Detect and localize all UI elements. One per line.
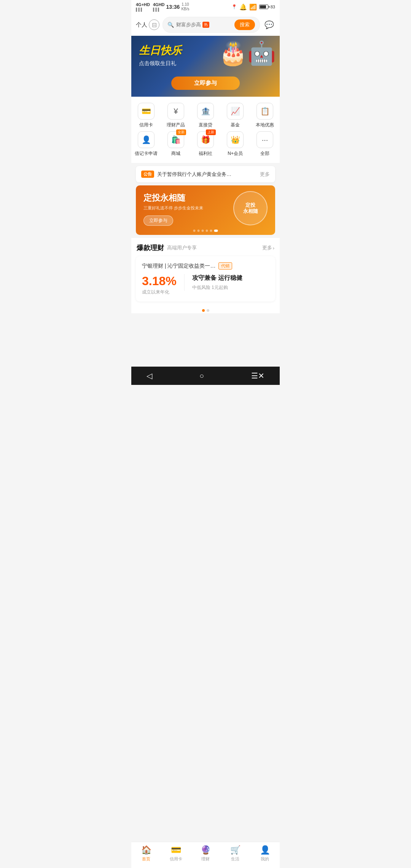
promo-right-badge: 定投永相随 bbox=[233, 191, 268, 225]
grid-item-credit-card[interactable]: 💳 信用卡 bbox=[133, 103, 159, 128]
search-placeholder: 财富步步高 bbox=[176, 21, 201, 28]
status-left: 4G+HD▌▌▌ 4GHD▌▌▌ 13:36 1.10 KB/s bbox=[136, 2, 190, 11]
finance-card-body: 3.18% 成立以来年化 攻守兼备 运行稳健 中低风险 1元起购 bbox=[142, 274, 269, 295]
status-bar: 4G+HD▌▌▌ 4GHD▌▌▌ 13:36 1.10 KB/s 📍 🔔 📶 8… bbox=[131, 0, 280, 14]
welfare-label: 福利社 bbox=[199, 150, 212, 157]
birthday-banner[interactable]: 生日快乐 点击领取生日礼 🎂🤖 立即参与 bbox=[131, 36, 280, 97]
grid-menu: 💳 信用卡 ¥ 理财产品 🏦 直接贷 📈 基金 📋 本地优惠 👤 bbox=[131, 97, 280, 163]
agency-tag: 代销 bbox=[218, 262, 232, 270]
notification-icon: 🔔 bbox=[239, 3, 247, 11]
banner-title: 生日快乐 bbox=[139, 43, 182, 58]
section-title-sub: 高端用户专享 bbox=[167, 244, 197, 251]
search-bar[interactable]: 🔍 财富步步高 热 搜索 bbox=[162, 17, 260, 33]
banner-decoration: 🎂🤖 bbox=[219, 40, 276, 67]
product-slogan: 攻守兼备 运行稳健 bbox=[192, 274, 242, 282]
mall-icon: 🛍️ 全新 bbox=[167, 131, 184, 148]
local-icon: 📋 bbox=[256, 103, 273, 120]
more-label: 更多 bbox=[262, 244, 272, 251]
grid-item-loan[interactable]: 🏦 直接贷 bbox=[192, 103, 219, 128]
back-button[interactable]: ◁ bbox=[147, 371, 152, 380]
banner-subtitle: 点击领取生日礼 bbox=[139, 60, 182, 67]
grid-item-local[interactable]: 📋 本地优惠 bbox=[252, 103, 278, 128]
finance-card-header: 宁银理财 | 沁宁固定收益类一… 代销 bbox=[142, 262, 269, 270]
search-button[interactable]: 搜索 bbox=[234, 19, 255, 30]
fund-icon: 📈 bbox=[227, 103, 244, 120]
nplus-label: N+会员 bbox=[228, 150, 243, 157]
dot-6-active bbox=[214, 230, 218, 232]
user-avatar-icon: ⊟ bbox=[149, 19, 159, 30]
search-icon: 🔍 bbox=[167, 22, 174, 28]
dot-2 bbox=[198, 230, 200, 232]
grid-item-all[interactable]: ··· 全部 bbox=[252, 131, 278, 157]
fund-label: 基金 bbox=[231, 122, 240, 128]
dot-5 bbox=[210, 230, 212, 232]
battery-icon bbox=[259, 5, 268, 9]
status-time: 13:36 bbox=[166, 4, 180, 10]
card-dots bbox=[131, 306, 280, 313]
dot-1 bbox=[193, 230, 196, 232]
grid-item-mall[interactable]: 🛍️ 全新 商城 bbox=[162, 131, 189, 157]
grid-row-1: 💳 信用卡 ¥ 理财产品 🏦 直接贷 📈 基金 📋 本地优惠 bbox=[131, 103, 280, 128]
home-button[interactable]: ○ bbox=[199, 372, 204, 380]
system-nav-bar: ◁ ○ ☰✕ bbox=[131, 367, 280, 385]
mall-badge: 全新 bbox=[176, 129, 186, 135]
debit-label: 借记卡申请 bbox=[135, 150, 158, 157]
signal2-icon: 4GHD▌▌▌ bbox=[153, 2, 165, 11]
promo-banner[interactable]: 定投永相随 三重好礼送不停 步步生金投未来 立即参与 定投永相随 bbox=[136, 185, 275, 235]
welfare-icon: 🎁 上新 bbox=[197, 131, 214, 148]
menu-button[interactable]: ☰✕ bbox=[251, 371, 264, 380]
search-text: 财富步步高 热 bbox=[176, 21, 232, 28]
chevron-right-icon: › bbox=[273, 245, 274, 251]
notice-label: 公告 bbox=[141, 171, 154, 178]
finance-label: 理财产品 bbox=[167, 122, 185, 128]
header: 个人 ⊟ 🔍 财富步步高 热 搜索 💬 bbox=[131, 14, 280, 36]
loan-label: 直接贷 bbox=[199, 122, 212, 128]
all-label: 全部 bbox=[260, 150, 269, 157]
rate-section: 3.18% 成立以来年化 bbox=[142, 274, 177, 295]
product-info: 中低风险 1元起购 bbox=[192, 284, 242, 291]
finance-icon: ¥ bbox=[167, 103, 184, 120]
page-content: 生日快乐 点击领取生日礼 🎂🤖 立即参与 💳 信用卡 ¥ 理财产品 🏦 直接贷 … bbox=[131, 36, 280, 340]
promo-cta-button[interactable]: 立即参与 bbox=[143, 215, 173, 226]
promo-sub: 三重好礼送不停 步步生金投未来 bbox=[143, 205, 203, 211]
debit-icon: 👤 bbox=[138, 131, 155, 148]
grid-item-debit[interactable]: 👤 借记卡申请 bbox=[133, 131, 159, 157]
credit-card-label: 信用卡 bbox=[139, 122, 153, 128]
signal-icon: 4G+HD▌▌▌ bbox=[136, 2, 150, 11]
battery-level: 83 bbox=[271, 5, 275, 9]
promo-dots bbox=[193, 230, 218, 232]
header-user[interactable]: 个人 ⊟ bbox=[136, 19, 159, 30]
banner-cta-button[interactable]: 立即参与 bbox=[171, 77, 240, 90]
wifi-icon: 📶 bbox=[249, 3, 257, 11]
all-icon: ··· bbox=[256, 131, 273, 148]
grid-item-welfare[interactable]: 🎁 上新 福利社 bbox=[192, 131, 219, 157]
grid-item-nplus[interactable]: 👑 N+会员 bbox=[222, 131, 249, 157]
dot-4 bbox=[206, 230, 208, 232]
promo-title: 定投永相随 bbox=[143, 192, 203, 204]
grid-item-finance[interactable]: ¥ 理财产品 bbox=[162, 103, 189, 128]
notice-bar[interactable]: 公告 关于暂停我行个人账户黄金业务… 更多 bbox=[136, 166, 275, 182]
battery-fill bbox=[260, 5, 266, 8]
finance-card-name: 宁银理财 | 沁宁固定收益类一… bbox=[142, 263, 215, 270]
nplus-icon: 👑 bbox=[227, 131, 244, 148]
loan-icon: 🏦 bbox=[197, 103, 214, 120]
notice-more[interactable]: 更多 bbox=[260, 171, 270, 178]
dot-3 bbox=[202, 230, 204, 232]
grid-item-fund[interactable]: 📈 基金 bbox=[222, 103, 249, 128]
status-speed: 1.10 KB/s bbox=[181, 2, 189, 11]
message-icon[interactable]: 💬 bbox=[263, 19, 275, 31]
section-more-button[interactable]: 更多 › bbox=[262, 244, 274, 251]
notice-text: 关于暂停我行个人账户黄金业务… bbox=[157, 171, 257, 178]
card-dot-1-active bbox=[202, 309, 205, 312]
rate-value: 3.18% bbox=[142, 274, 177, 288]
location-icon: 📍 bbox=[231, 4, 237, 10]
user-label: 个人 bbox=[136, 21, 147, 29]
section-header: 爆款理财 高端用户专享 更多 › bbox=[131, 238, 280, 256]
rate-desc: 成立以来年化 bbox=[142, 289, 177, 295]
promo-left: 定投永相随 三重好礼送不停 步步生金投未来 立即参与 bbox=[143, 192, 203, 226]
section-title-main: 爆款理财 bbox=[137, 243, 164, 252]
finance-card[interactable]: 宁银理财 | 沁宁固定收益类一… 代销 3.18% 成立以来年化 攻守兼备 运行… bbox=[136, 256, 275, 302]
hot-finance-section: 爆款理财 高端用户专享 更多 › 宁银理财 | 沁宁固定收益类一… 代销 3.1… bbox=[131, 238, 280, 313]
credit-card-icon: 💳 bbox=[138, 103, 155, 120]
welfare-badge: 上新 bbox=[206, 129, 216, 135]
